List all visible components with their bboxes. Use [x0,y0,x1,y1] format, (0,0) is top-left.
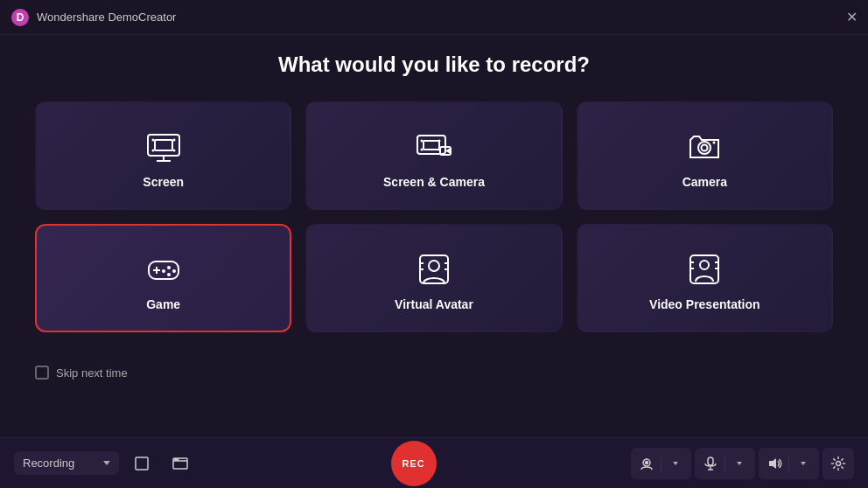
svg-point-6 [151,139,154,142]
svg-point-14 [420,149,423,151]
chevron-down-icon [673,462,678,465]
main-content: What would you like to record? Screen [0,35,868,359]
svg-rect-5 [155,140,172,150]
svg-point-27 [162,269,165,273]
svg-point-13 [438,140,440,143]
svg-point-24 [167,266,171,269]
speaker-dropdown[interactable] [789,450,817,478]
chevron-down-icon [103,461,110,465]
skip-checkbox[interactable] [35,366,49,380]
card-video-presentation-label: Video Presentation [649,297,760,311]
app-title: Wondershare DemoCreator [37,10,845,24]
crop-icon [133,455,150,472]
chevron-down-icon [737,462,742,465]
card-camera[interactable]: Camera [577,101,833,210]
rec-label: REC [402,458,424,469]
presentation-icon [685,250,724,289]
chevron-down-icon [801,462,806,465]
card-camera-label: Camera [682,175,727,189]
svg-point-25 [172,269,176,273]
screen-camera-icon [415,128,453,166]
window-icon [172,455,189,472]
svg-rect-2 [148,135,179,156]
mic-group [695,448,755,479]
speaker-icon [766,456,782,471]
recording-dropdown-text: Recording [23,457,98,470]
rec-button[interactable]: REC [391,441,437,486]
webcam-button[interactable] [633,450,661,478]
svg-point-18 [698,142,710,154]
mic-dropdown[interactable] [725,450,753,478]
webcam-icon [639,456,654,471]
svg-point-19 [702,145,708,151]
speaker-button[interactable] [760,450,788,478]
mic-button[interactable] [696,450,724,478]
screen-crop-button[interactable] [126,448,158,479]
card-video-presentation[interactable]: Video Presentation [577,224,833,332]
svg-point-12 [420,140,423,143]
svg-rect-28 [420,255,448,283]
card-screen-label: Screen [143,175,184,189]
svg-point-29 [429,261,439,271]
bottom-toolbar: Recording REC [0,437,868,488]
svg-point-7 [172,139,175,142]
card-screen-camera-label: Screen & Camera [383,175,485,189]
svg-text:D: D [17,11,24,24]
screen-icon [144,128,183,166]
card-virtual-avatar-label: Virtual Avatar [395,297,473,311]
svg-point-46 [646,461,648,464]
record-grid: Screen Screen & Camera [35,101,833,332]
title-bar: D Wondershare DemoCreator ✕ [0,0,868,35]
webcam-dropdown[interactable] [662,450,690,478]
settings-button[interactable] [822,448,854,479]
skip-label: Skip next time [56,366,128,380]
mic-icon [703,456,718,471]
settings-icon [830,456,846,471]
svg-point-43 [175,458,177,460]
close-button[interactable]: ✕ [845,11,858,24]
svg-rect-47 [708,457,713,465]
window-button[interactable] [164,448,196,479]
svg-point-20 [713,142,716,144]
svg-point-9 [172,150,175,152]
svg-rect-40 [136,457,148,470]
speaker-group [759,448,819,479]
svg-point-8 [151,150,154,152]
svg-rect-11 [424,141,439,150]
svg-point-26 [167,273,171,276]
svg-point-44 [177,458,178,460]
card-game-label: Game [146,297,180,311]
card-screen[interactable]: Screen [35,101,291,210]
card-virtual-avatar[interactable]: Virtual Avatar [305,224,562,332]
svg-point-35 [700,261,709,269]
app-logo: D [10,8,30,27]
toolbar-right [631,448,854,479]
skip-row: Skip next time [0,359,868,387]
card-screen-camera[interactable]: Screen & Camera [305,101,562,210]
svg-point-51 [836,461,841,465]
card-game[interactable]: Game [35,224,291,332]
recording-dropdown[interactable]: Recording [14,451,119,475]
game-icon [144,250,183,289]
avatar-icon [415,250,453,289]
page-title: What would you like to record? [35,52,833,77]
camera-icon [685,128,724,166]
svg-marker-50 [769,458,776,469]
webcam-group [631,448,691,479]
svg-rect-10 [417,136,445,154]
